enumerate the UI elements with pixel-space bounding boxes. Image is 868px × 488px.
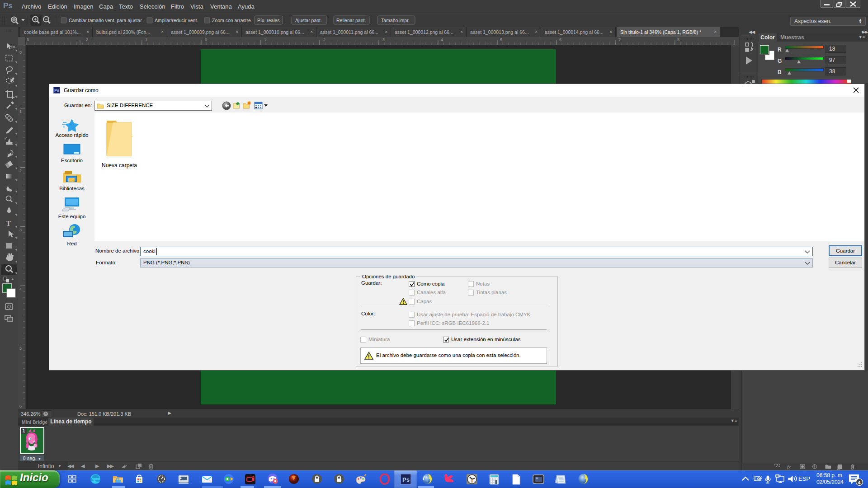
svg-text:Ps: Ps (402, 476, 410, 483)
svg-text:T: T (6, 219, 11, 228)
svg-text:fx: fx (787, 464, 791, 469)
svg-text:4: 4 (858, 480, 861, 485)
